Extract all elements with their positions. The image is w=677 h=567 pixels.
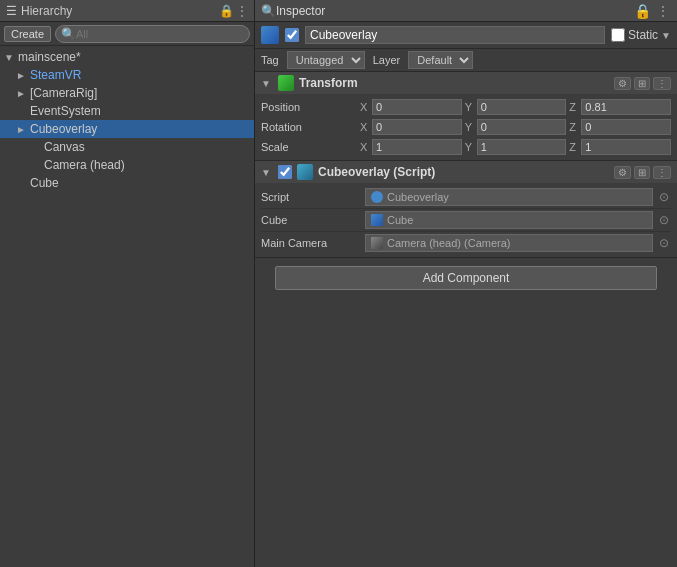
scale-x-letter: X xyxy=(360,141,370,153)
cube-value-text: Cube xyxy=(387,214,413,226)
position-z-input[interactable] xyxy=(581,99,671,115)
static-checkbox[interactable] xyxy=(611,28,625,42)
tag-layer-row: Tag Untagged Layer Default xyxy=(255,49,677,72)
search-icon: 🔍 xyxy=(61,27,76,41)
script-enabled-checkbox[interactable] xyxy=(278,165,292,179)
script-settings-btn[interactable]: ⚙ xyxy=(614,166,631,179)
script-expand-btn[interactable]: ⊞ xyxy=(634,166,650,179)
rotation-x-item: X xyxy=(360,119,462,135)
tag-dropdown[interactable]: Untagged xyxy=(287,51,365,69)
script-fields: Script Cubeoverlay ⊙ Cube Cube ⊙ xyxy=(255,183,677,257)
inspector-header: 🔍 Inspector 🔒 ⋮ xyxy=(255,0,677,22)
scale-xyz: X Y Z xyxy=(360,139,671,155)
rotation-z-item: Z xyxy=(569,119,671,135)
tree-label-camerahead: Camera (head) xyxy=(44,158,125,172)
main-camera-row: Main Camera Camera (head) (Camera) ⊙ xyxy=(261,232,671,254)
script-menu-btn[interactable]: ⋮ xyxy=(653,166,671,179)
scale-row: Scale X Y Z xyxy=(261,137,671,157)
position-row: Position X Y Z xyxy=(261,97,671,117)
hierarchy-header-icons: 🔒 ⋮ xyxy=(219,4,248,18)
hierarchy-menu-btn[interactable]: ⋮ xyxy=(236,4,248,18)
tree-label-cubeoverlay: Cubeoverlay xyxy=(30,122,97,136)
tree-label-canvas: Canvas xyxy=(44,140,85,154)
cube-lock-btn[interactable]: ⊙ xyxy=(657,213,671,227)
inspector-panel: 🔍 Inspector 🔒 ⋮ Static ▼ Tag Untagged La… xyxy=(255,0,677,567)
transform-expand-btn[interactable]: ⊞ xyxy=(634,77,650,90)
position-z-letter: Z xyxy=(569,101,579,113)
scale-z-letter: Z xyxy=(569,141,579,153)
search-box: 🔍 xyxy=(55,25,250,43)
transform-settings-btn[interactable]: ⚙ xyxy=(614,77,631,90)
main-camera-lock-btn[interactable]: ⊙ xyxy=(657,236,671,250)
scale-z-input[interactable] xyxy=(581,139,671,155)
position-x-item: X xyxy=(360,99,462,115)
transform-header[interactable]: ▼ Transform ⚙ ⊞ ⋮ xyxy=(255,72,677,94)
tree-item-camerahead[interactable]: Camera (head) xyxy=(0,156,254,174)
object-name-input[interactable] xyxy=(305,26,605,44)
tree-item-canvas[interactable]: Canvas xyxy=(0,138,254,156)
position-label: Position xyxy=(261,101,356,113)
script-lock-btn[interactable]: ⊙ xyxy=(657,190,671,204)
transform-arrow: ▼ xyxy=(261,78,273,89)
rotation-row: Rotation X Y Z xyxy=(261,117,671,137)
tree-label-mainscene: mainscene* xyxy=(18,50,81,64)
tree-label-eventsystem: EventSystem xyxy=(30,104,101,118)
hierarchy-panel: ☰ Hierarchy 🔒 ⋮ Create 🔍 ▼ mainscene* ► … xyxy=(0,0,255,567)
tree-item-camerarig[interactable]: ► [CameraRig] xyxy=(0,84,254,102)
cube-icon xyxy=(371,214,383,226)
script-header[interactable]: ▼ Cubeoverlay (Script) ⚙ ⊞ ⋮ xyxy=(255,161,677,183)
tree-arrow-camerarig: ► xyxy=(16,88,30,99)
cube-field-label: Cube xyxy=(261,214,361,226)
static-dropdown-arrow[interactable]: ▼ xyxy=(661,30,671,41)
transform-icon xyxy=(278,75,294,91)
tree-item-cubeoverlay[interactable]: ► Cubeoverlay xyxy=(0,120,254,138)
position-x-input[interactable] xyxy=(372,99,462,115)
tree-arrow-steamvr: ► xyxy=(16,70,30,81)
tree-item-steamvr[interactable]: ► SteamVR xyxy=(0,66,254,84)
tree-arrow-cubeoverlay: ► xyxy=(16,124,30,135)
position-y-item: Y xyxy=(465,99,567,115)
search-input[interactable] xyxy=(76,28,244,40)
hierarchy-lock-btn[interactable]: 🔒 xyxy=(219,4,234,18)
position-y-input[interactable] xyxy=(477,99,567,115)
inspector-lock-btn[interactable]: 🔒 xyxy=(634,3,651,19)
hierarchy-icon: ☰ xyxy=(6,4,17,18)
script-field-value: Cubeoverlay xyxy=(365,188,653,206)
rotation-label: Rotation xyxy=(261,121,356,133)
rotation-x-input[interactable] xyxy=(372,119,462,135)
camera-icon xyxy=(371,237,383,249)
script-component: ▼ Cubeoverlay (Script) ⚙ ⊞ ⋮ Script Cube… xyxy=(255,161,677,258)
scale-y-item: Y xyxy=(465,139,567,155)
scale-z-item: Z xyxy=(569,139,671,155)
create-button[interactable]: Create xyxy=(4,26,51,42)
layer-dropdown[interactable]: Default xyxy=(408,51,473,69)
tree-item-cube[interactable]: Cube xyxy=(0,174,254,192)
tree-item-eventsystem[interactable]: EventSystem xyxy=(0,102,254,120)
tree-item-mainscene[interactable]: ▼ mainscene* xyxy=(0,48,254,66)
cube-field-value: Cube xyxy=(365,211,653,229)
transform-title: Transform xyxy=(299,76,609,90)
tree-label-camerarig: [CameraRig] xyxy=(30,86,97,100)
add-component-row: Add Component xyxy=(255,258,677,298)
rotation-z-letter: Z xyxy=(569,121,579,133)
script-field-label: Script xyxy=(261,191,361,203)
static-label: Static xyxy=(628,28,658,42)
hierarchy-toolbar: Create 🔍 xyxy=(0,22,254,46)
rotation-y-input[interactable] xyxy=(477,119,567,135)
main-camera-value-text: Camera (head) (Camera) xyxy=(387,237,510,249)
add-component-button[interactable]: Add Component xyxy=(275,266,657,290)
position-z-item: Z xyxy=(569,99,671,115)
scale-x-item: X xyxy=(360,139,462,155)
script-row: Script Cubeoverlay ⊙ xyxy=(261,186,671,209)
rotation-xyz: X Y Z xyxy=(360,119,671,135)
rotation-x-letter: X xyxy=(360,121,370,133)
inspector-menu-btn[interactable]: ⋮ xyxy=(655,3,671,19)
scale-x-input[interactable] xyxy=(372,139,462,155)
scale-y-input[interactable] xyxy=(477,139,567,155)
tag-label: Tag xyxy=(261,54,279,66)
inspector-title-label: Inspector xyxy=(276,4,325,18)
object-icon xyxy=(261,26,279,44)
rotation-z-input[interactable] xyxy=(581,119,671,135)
transform-menu-btn[interactable]: ⋮ xyxy=(653,77,671,90)
object-enabled-checkbox[interactable] xyxy=(285,28,299,42)
